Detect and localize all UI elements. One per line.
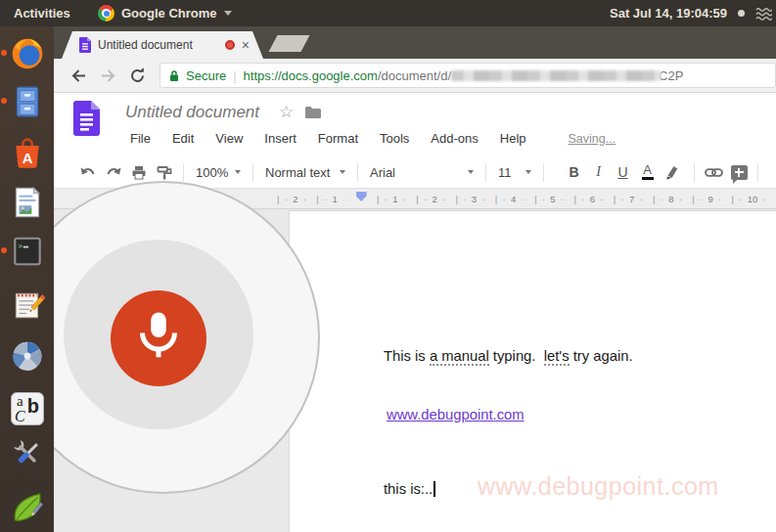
url-obscured-id [451,70,662,81]
url-host: https://docs.google.com [244,68,378,83]
launcher-charmap[interactable]: abC [8,389,47,428]
menu-addons[interactable]: Add-ons [426,129,482,148]
font-size-select[interactable]: 11 [492,160,537,184]
highlight-button[interactable] [660,160,684,184]
docs-logo-icon[interactable] [73,101,100,136]
bold-button[interactable]: B [562,160,586,184]
text-line-3: this is:.. [384,479,633,499]
menu-insert[interactable]: Insert [259,129,301,148]
document-text[interactable]: This is a manual typing. let's try again… [384,307,633,532]
menu-tools[interactable]: Tools [375,129,414,148]
activities-button[interactable]: Activities [14,0,70,26]
ubuntu-top-bar: Activities Google Chrome Sat Jul 14, 19:… [0,0,776,26]
text-cursor [434,481,435,497]
ruler-number: 1 [316,194,345,204]
launcher-software[interactable]: A [8,134,47,173]
document-page[interactable]: This is a manual typing. let's try again… [289,210,776,532]
comment-plus-icon [731,165,748,180]
ruler-number: 7 [614,194,643,204]
tab-title: Untitled document [98,38,218,52]
omnibox-separator: | [233,68,236,83]
ruler-indent-marker[interactable] [356,192,367,201]
url-input[interactable]: Secure | https://docs.google.com/documen… [160,63,776,88]
voice-typing-panel [7,181,320,494]
clock[interactable]: Sat Jul 14, 19:04:59 [610,6,727,21]
font-size-value: 11 [498,165,512,180]
url-tail: C2P [659,68,683,83]
paint-roller-icon [157,165,172,180]
paragraph-style-value: Normal text [265,165,330,180]
font-value: Arial [370,165,395,180]
undo-icon [79,165,97,179]
launcher-leafpad[interactable] [8,488,47,527]
ruler-number: 10 [732,194,766,204]
tab-strip: Untitled document × [54,26,776,59]
ruler-number: 5 [534,194,564,204]
text-line-2: www.debugpoint.com [384,405,633,424]
launcher-firefox[interactable] [8,34,47,73]
docs-header: Untitled document ☆ File Edit View Inser… [54,93,776,156]
status-dot-icon [738,10,745,17]
ruler-number: 9 [692,194,721,204]
spellcheck-underline: a manual [430,348,489,366]
insert-link-button[interactable] [701,160,726,184]
menu-help[interactable]: Help [495,129,531,148]
notepad-pencil-icon [10,288,45,323]
chevron-down-icon [468,170,474,174]
ruler-number: 6 [573,194,603,204]
svg-text:A: A [23,151,33,166]
launcher-files[interactable] [8,82,47,121]
link-icon [705,166,723,179]
app-menu-button[interactable]: Google Chrome [98,0,232,26]
spellcheck-underline: let's [544,348,570,366]
tools-icon [10,436,45,471]
desktop: Activities Google Chrome Sat Jul 14, 19:… [0,0,776,532]
software-bag-icon: A [10,136,45,171]
zoom-value: 100% [196,165,228,180]
text-color-button[interactable]: A [635,160,660,184]
menu-file[interactable]: File [125,129,156,148]
chevron-down-icon [340,170,345,174]
new-tab-button[interactable] [268,35,309,52]
ruler-ticks: 2112345678910 [277,189,766,208]
menu-view[interactable]: View [210,129,248,148]
chevron-down-icon [525,170,531,174]
ubuntu-launcher: A > [0,26,54,532]
reload-button[interactable] [124,63,150,88]
italic-button[interactable]: I [586,160,611,184]
document-title[interactable]: Untitled document [125,103,259,122]
font-select[interactable]: Arial [364,160,479,184]
insert-comment-button[interactable] [726,160,752,184]
voice-panel-circle [7,181,320,494]
ruler-number: 1 [377,194,406,204]
saving-status[interactable]: Saving... [569,132,616,146]
topbar-status-area: Sat Jul 14, 19:04:59 [610,0,772,26]
secure-label[interactable]: Secure [186,68,226,83]
launcher-notes[interactable] [8,286,47,325]
chrome-logo-icon [98,5,114,22]
launcher-terminal[interactable]: > [8,232,47,271]
launcher-tools[interactable] [8,434,47,473]
forward-button[interactable] [95,63,120,88]
character-map-icon: abC [11,392,44,425]
folder-icon[interactable] [305,107,321,118]
launcher-shutter[interactable] [8,336,47,376]
back-arrow-icon [70,67,87,84]
chevron-down-icon [224,11,232,16]
launcher-writer[interactable] [8,183,47,222]
color-swatch [642,177,654,180]
document-link[interactable]: www.debugpoint.com [384,407,525,422]
chevron-down-icon [235,170,241,174]
menu-edit[interactable]: Edit [167,129,199,148]
recording-indicator-icon [225,40,235,50]
browser-tab[interactable]: Untitled document × [62,31,263,59]
shutter-icon [10,338,45,374]
tab-close-button[interactable]: × [242,40,250,50]
star-icon[interactable]: ☆ [279,106,294,119]
menu-format[interactable]: Format [313,129,363,148]
voice-typing-mic-button[interactable] [111,290,206,386]
back-button[interactable] [66,63,91,88]
menu-bar: File Edit View Insert Format Tools Add-o… [125,129,616,148]
network-waves-icon[interactable] [755,7,772,21]
underline-button[interactable]: U [611,160,635,184]
